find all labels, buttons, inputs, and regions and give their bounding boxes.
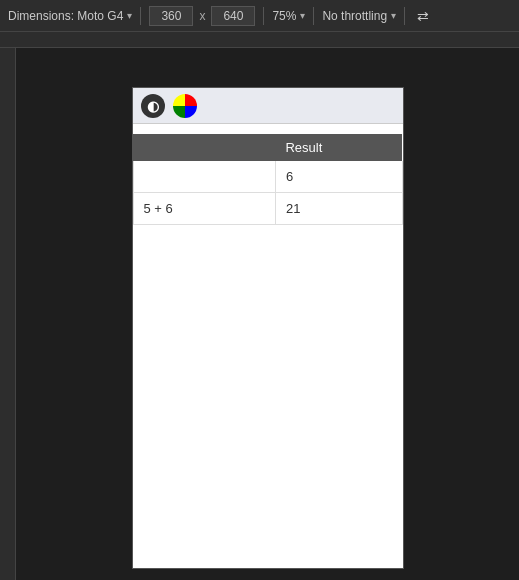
- zoom-chevron-icon: ▾: [300, 10, 305, 21]
- page-content: Result 6 5 + 6 21: [133, 124, 403, 235]
- table-row: 6: [133, 161, 402, 193]
- dark-theme-icon[interactable]: ◐: [141, 94, 165, 118]
- height-input[interactable]: [211, 6, 255, 26]
- expression-header: [133, 134, 275, 161]
- expression-cell: 5 + 6: [133, 193, 275, 225]
- expression-cell: [133, 161, 275, 193]
- data-table: Result 6 5 + 6 21: [133, 134, 403, 225]
- width-input[interactable]: [149, 6, 193, 26]
- horizontal-ruler: [0, 32, 519, 48]
- zoom-label: 75%: [272, 9, 296, 23]
- throttle-selector[interactable]: No throttling ▾: [322, 9, 396, 23]
- dimensions-selector[interactable]: Dimensions: Moto G4 ▾: [8, 9, 132, 23]
- separator-1: [140, 7, 141, 25]
- dimension-x-label: x: [199, 9, 205, 23]
- throttle-chevron-icon: ▾: [391, 10, 396, 21]
- separator-3: [313, 7, 314, 25]
- dimensions-chevron-icon: ▾: [127, 10, 132, 21]
- separator-4: [404, 7, 405, 25]
- separator-2: [263, 7, 264, 25]
- content-area: ◐ Result 6: [0, 48, 519, 580]
- colorful-icon[interactable]: [173, 94, 197, 118]
- vertical-ruler: [0, 48, 16, 580]
- table-row: 5 + 6 21: [133, 193, 402, 225]
- dimensions-label: Dimensions: Moto G4: [8, 9, 123, 23]
- throttle-label: No throttling: [322, 9, 387, 23]
- result-header: Result: [275, 134, 402, 161]
- phone-screen: ◐ Result 6: [133, 88, 403, 568]
- result-cell: 21: [275, 193, 402, 225]
- table-header-row: Result: [133, 134, 402, 161]
- device-viewport: ◐ Result 6: [16, 48, 519, 580]
- device-toolbar: Dimensions: Moto G4 ▾ x 75% ▾ No throttl…: [0, 0, 519, 32]
- result-cell: 6: [275, 161, 402, 193]
- rotate-icon[interactable]: ⇄: [417, 8, 429, 24]
- zoom-selector[interactable]: 75% ▾: [272, 9, 305, 23]
- browser-chrome: ◐: [133, 88, 403, 124]
